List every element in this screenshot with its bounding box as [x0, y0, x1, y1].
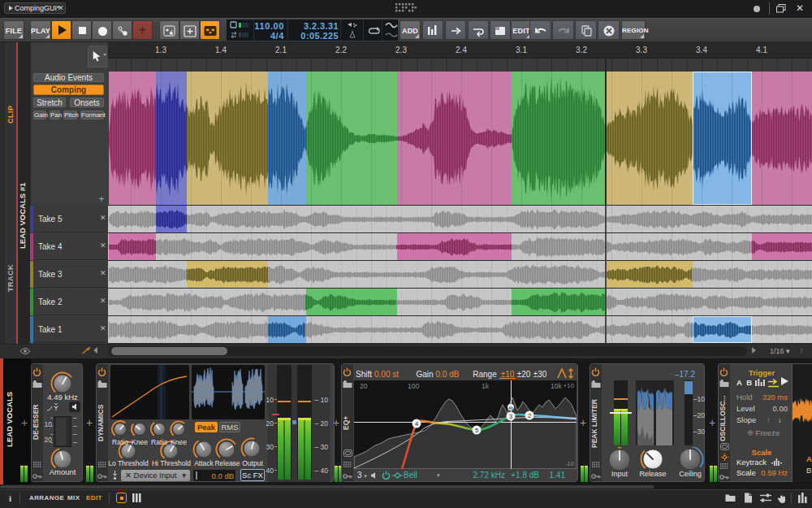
svg-text:1k: 1k	[482, 382, 490, 390]
svg-text:B: B	[806, 466, 811, 475]
svg-text:-10: -10	[564, 460, 574, 467]
svg-text:5: 5	[475, 427, 478, 434]
svg-text:4b: 4b	[508, 406, 514, 410]
svg-text:3: 3	[509, 413, 512, 420]
svg-text:A: A	[806, 454, 812, 463]
svg-text:10k: 10k	[551, 382, 562, 390]
svg-text:100: 100	[408, 382, 419, 390]
svg-text:2: 2	[528, 412, 531, 419]
svg-text:+10: +10	[563, 382, 574, 389]
svg-text:4: 4	[415, 420, 418, 428]
svg-text:20: 20	[360, 382, 368, 390]
